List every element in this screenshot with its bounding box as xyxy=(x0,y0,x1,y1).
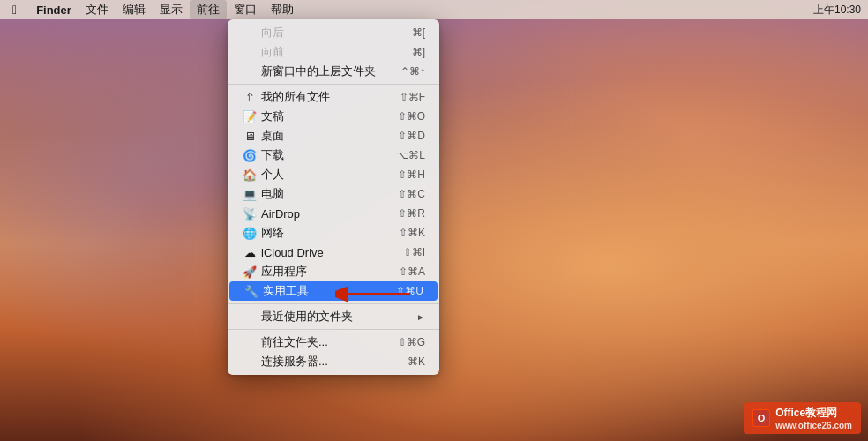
desktop-shortcut: ⇧⌘D xyxy=(398,130,425,142)
allfiles-icon: ⇧ xyxy=(242,91,258,104)
menu-item-desktop[interactable]: 🖥 桌面 ⇧⌘D xyxy=(228,126,439,146)
documents-icon: 📝 xyxy=(242,110,258,123)
menubar-right: 上午10:30 xyxy=(813,3,861,18)
downloads-icon: 🌀 xyxy=(242,149,258,162)
menubar:  Finder 文件 编辑 显示 前往 窗口 帮助 上午10:30 xyxy=(0,0,868,19)
desktop-icon: 🖥 xyxy=(242,130,258,143)
menu-item-airdrop[interactable]: 📡 AirDrop ⇧⌘R xyxy=(228,204,439,223)
view-menu[interactable]: 显示 xyxy=(153,0,190,19)
separator-3 xyxy=(228,329,439,330)
menu-item-back[interactable]: 向后 ⌘[ xyxy=(228,23,439,42)
applications-icon: 🚀 xyxy=(242,265,258,279)
separator-1 xyxy=(228,84,439,85)
watermark-text: Office教程网 www.office26.com xyxy=(775,406,852,430)
menu-item-allfiles[interactable]: ⇧ 我的所有文件 ⇧⌘F xyxy=(228,87,439,107)
network-icon: 🌐 xyxy=(242,227,258,240)
forward-shortcut: ⌘] xyxy=(412,46,425,58)
icloud-shortcut: ⇧⌘I xyxy=(403,246,425,258)
network-shortcut: ⇧⌘K xyxy=(399,227,425,239)
airdrop-icon: 📡 xyxy=(242,207,258,220)
documents-shortcut: ⇧⌘O xyxy=(398,110,425,123)
allfiles-shortcut: ⇧⌘F xyxy=(400,91,425,103)
watermark: O Office教程网 www.office26.com xyxy=(744,402,861,434)
desktop:  Finder 文件 编辑 显示 前往 窗口 帮助 上午10:30 向后 ⌘[… xyxy=(0,0,868,441)
go-dropdown-menu: 向后 ⌘[ 向前 ⌘] 新窗口中的上层文件夹 ⌃⌘↑ ⇧ 我的所有文件 ⇧⌘F … xyxy=(228,19,439,375)
menu-item-forward[interactable]: 向前 ⌘] xyxy=(228,42,439,62)
finder-menu[interactable]: Finder xyxy=(29,0,79,19)
goto-shortcut: ⇧⌘G xyxy=(398,336,425,348)
highlight-arrow xyxy=(335,279,423,310)
edit-menu[interactable]: 编辑 xyxy=(116,0,153,19)
menu-item-icloud[interactable]: ☁ iCloud Drive ⇧⌘I xyxy=(228,243,439,262)
menu-item-connect[interactable]: 连接服务器... ⌘K xyxy=(228,352,439,371)
applications-shortcut: ⇧⌘A xyxy=(399,265,425,278)
menu-item-documents[interactable]: 📝 文稿 ⇧⌘O xyxy=(228,107,439,126)
computer-shortcut: ⇧⌘C xyxy=(398,188,425,200)
help-menu[interactable]: 帮助 xyxy=(264,0,301,19)
watermark-icon: O xyxy=(752,409,770,427)
menu-item-home[interactable]: 🏠 个人 ⇧⌘H xyxy=(228,165,439,184)
recent-submenu-arrow: ► xyxy=(416,312,425,322)
connect-shortcut: ⌘K xyxy=(408,355,425,368)
utilities-icon: 🔧 xyxy=(243,285,259,298)
home-icon: 🏠 xyxy=(242,168,258,182)
menu-item-downloads[interactable]: 🌀 下载 ⌥⌘L xyxy=(228,146,439,165)
icloud-icon: ☁ xyxy=(242,246,258,259)
downloads-shortcut: ⌥⌘L xyxy=(396,149,425,161)
go-menu[interactable]: 前往 xyxy=(190,0,227,19)
computer-icon: 💻 xyxy=(242,188,258,201)
window-menu[interactable]: 窗口 xyxy=(227,0,264,19)
home-shortcut: ⇧⌘H xyxy=(398,168,425,181)
enclosing-shortcut: ⌃⌘↑ xyxy=(400,65,425,78)
menu-item-recent[interactable]: 最近使用的文件夹 ► xyxy=(228,307,439,326)
menu-item-network[interactable]: 🌐 网络 ⇧⌘K xyxy=(228,223,439,243)
apple-menu[interactable]:  xyxy=(7,0,22,19)
svg-text:O: O xyxy=(758,413,766,423)
menu-item-goto[interactable]: 前往文件夹... ⇧⌘G xyxy=(228,333,439,352)
airdrop-shortcut: ⇧⌘R xyxy=(398,207,425,220)
file-menu[interactable]: 文件 xyxy=(79,0,116,19)
menu-item-computer[interactable]: 💻 电脑 ⇧⌘C xyxy=(228,184,439,204)
menu-item-enclosing[interactable]: 新窗口中的上层文件夹 ⌃⌘↑ xyxy=(228,62,439,81)
menubar-time: 上午10:30 xyxy=(813,3,861,18)
back-shortcut: ⌘[ xyxy=(412,26,425,39)
